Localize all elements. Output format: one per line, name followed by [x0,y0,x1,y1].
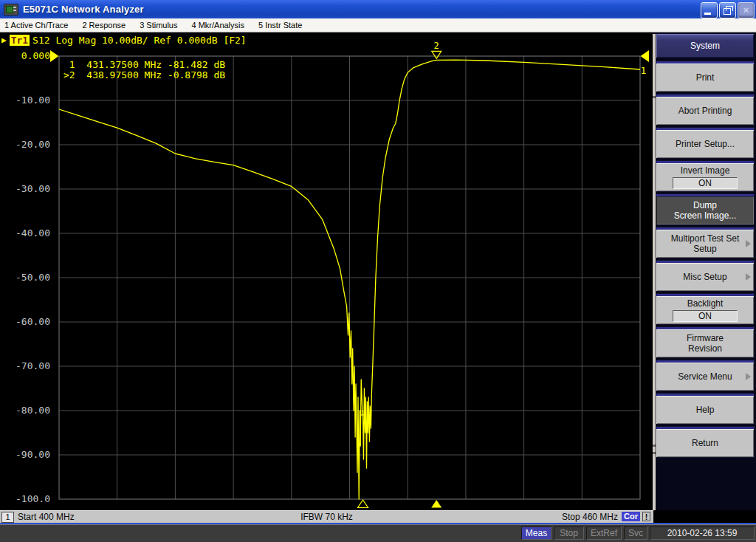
softkey-scrollbar[interactable] [653,34,656,510]
softkey-help[interactable]: Help [656,394,754,424]
window-controls: × [701,2,755,18]
marker-number-label: 2 [434,41,439,51]
chart-panel: 12 ▶ Tr1 S12 Log Mag 10.00dB/ Ref 0.000d… [0,32,653,510]
softkey-misc-setup[interactable]: Misc Setup [656,261,754,291]
trace-number-label: 1 [641,65,647,76]
softkey-label: Invert Image [681,165,730,176]
correction-badge: Cor [622,512,640,521]
softkey-return[interactable]: Return [656,427,754,457]
softkey-state-indicator: ON [673,177,738,189]
softkey-label: Multiport Test Set [671,233,739,244]
softkey-label: Screen Image... [674,210,737,221]
channel-status-bar: 1 Start 400 MHz IFBW 70 kHz Stop 460 MHz… [0,510,653,523]
softkey-state-indicator: ON [673,310,738,322]
y-axis-label: -80.00 [1,405,50,416]
menu-bar: 1 Active Ch/Trace 2 Response 3 Stimulus … [0,18,756,32]
status-extref: ExtRef [586,526,622,540]
menu-item-active-ch-trace[interactable]: 1 Active Ch/Trace [4,21,68,30]
minimize-button[interactable] [701,2,718,18]
restore-button[interactable] [719,2,736,18]
trace-format-text: S12 Log Mag 10.00dB/ Ref 0.000dB [F2] [32,35,247,46]
y-axis-label: 0.000 [1,50,50,62]
marker-symbol-active [432,51,441,58]
softkey-menu-title: System [656,34,754,58]
y-axis-label: -60.00 [1,316,50,328]
trace-header: ▶ Tr1 S12 Log Mag 10.00dB/ Ref 0.000dB [… [1,35,247,46]
marker-stimulus-indicator-active [431,500,441,508]
minimize-icon [704,13,711,15]
softkey-invert-image[interactable]: Invert ImageON [656,161,754,191]
softkey-label: Backlight [687,298,724,309]
status-meas: Meas [521,526,551,540]
ifbw-value: IFBW 70 kHz [0,512,653,522]
y-axis-label: -10.00 [1,95,50,106]
y-axis-label: -50.00 [1,272,50,284]
y-axis-label: -100.0 [1,493,50,505]
stop-frequency: Stop 460 MHz [562,512,618,522]
softkey-label: Service Menu [678,371,732,382]
softkey-label: Dump [693,200,717,210]
status-stop: Stop [554,526,584,540]
trace-selector[interactable]: Tr1 [10,35,30,46]
marker-readout: 1 431.37500 MHz -81.482 dB>2 438.97500 M… [63,60,225,80]
menu-item-response[interactable]: 2 Response [82,21,126,30]
marker-stimulus-indicator [358,500,368,508]
softkey-label: Setup [693,244,716,254]
softkey-label: Return [692,438,718,448]
y-axis-label: -20.00 [1,139,50,151]
app-icon [4,4,18,16]
softkey-label: Help [696,405,715,415]
softkey-buttons: PrintAbort PrintingPrinter Setup...Inver… [656,61,754,460]
softkey-label: Printer Setup... [676,139,735,149]
instrument-status-bar: Meas Stop ExtRef Svc 2010-02-26 13:59 [0,524,756,542]
window-title: E5071C Network Analyzer [23,4,144,15]
close-button[interactable]: × [738,2,755,18]
softkey-backlight[interactable]: BacklightON [656,294,754,324]
ref-level-marker-right [641,50,650,62]
y-axis-label: -30.00 [1,183,50,195]
status-datetime: 2010-02-26 13:59 [650,526,755,540]
marker-readout-row: 1 431.37500 MHz -81.482 dB [63,60,225,70]
y-axis-label: -70.00 [1,360,50,372]
status-svc: Svc [624,526,647,540]
close-icon: × [738,3,754,18]
app-window: E5071C Network Analyzer × 1 Active Ch/Tr… [0,0,756,542]
softkey-menu: System PrintAbort PrintingPrinter Setup.… [653,32,756,510]
menu-item-mkr-analysis[interactable]: 4 Mkr/Analysis [191,21,244,30]
softkey-firmware-revision[interactable]: FirmwareRevision [656,327,754,357]
title-bar: E5071C Network Analyzer × [0,0,756,18]
ref-level-marker-left [50,50,59,62]
softkey-label: Print [696,72,715,83]
softkey-service-menu[interactable]: Service Menu [656,360,754,391]
active-trace-pointer-icon: ▶ [1,35,7,45]
softkey-label: Misc Setup [683,272,726,282]
y-axis-label: -40.00 [1,227,50,239]
warning-badge: ! [642,512,650,521]
menu-item-stimulus[interactable]: 3 Stimulus [140,21,177,30]
softkey-print[interactable]: Print [656,61,754,92]
menu-item-instr-state[interactable]: 5 Instr State [258,21,302,30]
softkey-label: Abort Printing [678,106,732,116]
restore-icon [724,8,731,15]
submenu-arrow-icon [746,373,751,380]
softkey-abort-printing[interactable]: Abort Printing [656,95,754,125]
marker-readout-row: >2 438.97500 MHz -0.8798 dB [63,70,225,80]
softkey-dump-screen-image[interactable]: DumpScreen Image... [656,194,754,224]
y-axis-label: -90.00 [1,449,50,461]
softkey-multiport-test-set-setup[interactable]: Multiport Test SetSetup [656,227,754,258]
submenu-arrow-icon [746,240,751,247]
submenu-arrow-icon [746,273,751,281]
trace-plot: 12 [0,32,653,510]
softkey-printer-setup[interactable]: Printer Setup... [656,128,754,158]
softkey-label: Firmware [687,333,724,343]
softkey-label: Revision [688,343,722,354]
